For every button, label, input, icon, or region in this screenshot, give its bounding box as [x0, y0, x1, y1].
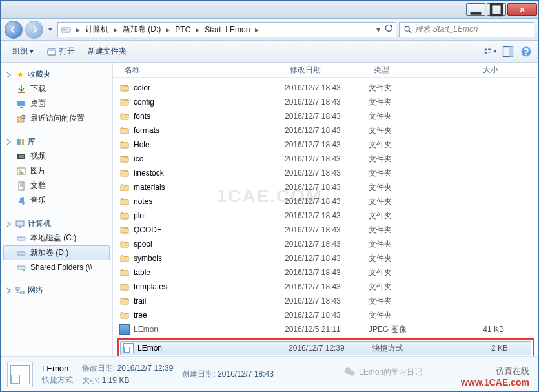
file-list[interactable]: color2016/12/7 18:43文件夹config2016/12/7 1…: [113, 78, 538, 356]
sidebar-item-label: 本地磁盘 (C:): [30, 232, 76, 243]
new-folder-button[interactable]: 新建文件夹: [81, 43, 133, 59]
table-row[interactable]: tree2016/12/7 18:43文件夹: [117, 308, 534, 322]
col-size[interactable]: 大小: [440, 65, 504, 76]
view-options-button[interactable]: ▾: [483, 45, 497, 59]
table-row[interactable]: config2016/12/7 18:43文件夹: [117, 95, 534, 109]
search-input[interactable]: 搜索 Start_LEmon: [399, 22, 534, 37]
chevron-right-icon[interactable]: ▸: [163, 25, 172, 34]
file-name: spool: [134, 240, 152, 249]
table-row-selected[interactable]: LEmon2016/12/7 12:39快捷方式2 KB: [120, 341, 531, 355]
sidebar-computer-header[interactable]: 计算机: [3, 217, 110, 231]
details-mod-label: 修改日期:: [82, 364, 115, 373]
refresh-button[interactable]: [384, 24, 393, 35]
file-name: LEmon: [137, 344, 162, 353]
sidebar-item-label: 图片: [30, 165, 46, 176]
breadcrumb-dropdown[interactable]: ▾: [376, 25, 380, 34]
details-pane: LEmon 快捷方式 修改日期: 2016/12/7 12:39 大小: 1.1…: [1, 356, 538, 391]
help-button[interactable]: ?: [519, 45, 533, 59]
file-date: 2016/12/7 18:43: [285, 225, 369, 234]
minimize-button[interactable]: [466, 3, 485, 16]
table-row[interactable]: plot2016/12/7 18:43文件夹: [117, 209, 534, 223]
music-icon: [16, 196, 26, 206]
file-date: 2016/12/7 18:43: [285, 98, 369, 107]
file-type: 文件夹: [369, 253, 440, 264]
sidebar-item-label: 下载: [30, 83, 46, 94]
sidebar-drive-d[interactable]: 新加卷 (D:): [3, 245, 110, 260]
chevron-right-icon[interactable]: ▸: [74, 25, 83, 34]
breadcrumb-seg[interactable]: Start_LEmon: [202, 23, 252, 37]
sidebar-item-label: 视频: [30, 150, 46, 161]
table-row[interactable]: LEmon2016/12/5 21:11JPEG 图像41 KB: [117, 322, 534, 336]
organize-button[interactable]: 组织 ▾: [6, 43, 40, 59]
chevron-right-icon[interactable]: ▸: [193, 25, 202, 34]
svg-rect-3: [63, 29, 65, 30]
sidebar-libraries-header[interactable]: 库: [3, 135, 110, 149]
table-row[interactable]: ico2016/12/7 18:43文件夹: [117, 152, 534, 166]
breadcrumb-seg[interactable]: 新加卷 (D:): [120, 23, 163, 37]
file-type: 文件夹: [369, 97, 440, 108]
back-button[interactable]: [5, 21, 23, 39]
file-size: 2 KB: [443, 344, 508, 353]
sidebar-pictures[interactable]: 图片: [3, 163, 110, 178]
forward-button[interactable]: [25, 21, 43, 39]
table-row[interactable]: Hole2016/12/7 18:43文件夹: [117, 138, 534, 152]
svg-rect-33: [17, 237, 25, 240]
drive-icon: [61, 25, 71, 35]
table-row[interactable]: formats2016/12/7 18:43文件夹: [117, 123, 534, 138]
chevron-right-icon[interactable]: ▸: [111, 25, 120, 34]
table-row[interactable]: materials2016/12/7 18:43文件夹: [117, 180, 534, 194]
table-row[interactable]: symbols2016/12/7 18:43文件夹: [117, 251, 534, 265]
folder-icon: [119, 267, 130, 278]
col-date[interactable]: 修改日期: [285, 65, 369, 76]
sidebar-music[interactable]: 音乐: [3, 193, 110, 208]
computer-icon: [15, 219, 25, 229]
chevron-right-icon: [6, 139, 12, 145]
file-date: 2016/12/7 18:43: [285, 296, 369, 305]
chevron-right-icon: [6, 72, 12, 78]
open-button[interactable]: 打开: [40, 43, 81, 59]
file-type: JPEG 图像: [369, 324, 440, 335]
table-row[interactable]: trail2016/12/7 18:43文件夹: [117, 294, 534, 308]
folder-icon: [119, 139, 130, 150]
sidebar-network-header[interactable]: 网络: [3, 284, 110, 297]
sidebar-favorites-header[interactable]: ★ 收藏夹: [3, 68, 110, 81]
file-name: plot: [134, 211, 146, 220]
preview-pane-button[interactable]: [501, 45, 515, 59]
maximize-button[interactable]: [487, 3, 506, 16]
sidebar-shared-folders[interactable]: Shared Folders (\\: [3, 260, 110, 274]
table-row[interactable]: templates2016/12/7 18:43文件夹: [117, 280, 534, 294]
svg-rect-23: [22, 139, 24, 145]
table-row[interactable]: spool2016/12/7 18:43文件夹: [117, 237, 534, 251]
folder-icon: [119, 296, 130, 306]
file-date: 2016/12/7 18:43: [285, 211, 369, 220]
table-row[interactable]: color2016/12/7 18:43文件夹: [117, 81, 534, 95]
sidebar-documents[interactable]: 文档: [3, 178, 110, 193]
table-row[interactable]: linestock2016/12/7 18:43文件夹: [117, 166, 534, 180]
folder-icon: [119, 154, 130, 164]
breadcrumb[interactable]: ▸ 计算机 ▸ 新加卷 (D:) ▸ PTC ▸ Start_LEmon ▸ ▾: [57, 22, 396, 37]
close-button[interactable]: [507, 3, 537, 16]
table-row[interactable]: notes2016/12/7 18:43文件夹: [117, 194, 534, 209]
sidebar-drive-c[interactable]: 本地磁盘 (C:): [3, 231, 110, 245]
file-date: 2016/12/7 18:43: [285, 197, 369, 206]
network-drive-icon: [16, 262, 26, 273]
table-row[interactable]: QCODE2016/12/7 18:43文件夹: [117, 223, 534, 237]
history-dropdown[interactable]: [46, 22, 55, 37]
sidebar-downloads[interactable]: 下载: [3, 81, 110, 96]
svg-rect-1: [491, 4, 502, 15]
breadcrumb-seg[interactable]: 计算机: [83, 23, 111, 37]
file-type: 文件夹: [369, 239, 440, 250]
sidebar-videos[interactable]: 视频: [3, 149, 110, 163]
file-type: 文件夹: [369, 182, 440, 193]
sidebar-desktop[interactable]: 桌面: [3, 96, 110, 111]
svg-rect-38: [21, 291, 24, 294]
table-row[interactable]: table2016/12/7 18:43文件夹: [117, 265, 534, 280]
col-type[interactable]: 类型: [369, 65, 440, 76]
breadcrumb-seg[interactable]: PTC: [172, 23, 193, 37]
file-name: LEmon: [134, 325, 158, 334]
chevron-right-icon[interactable]: ▸: [252, 25, 261, 34]
sidebar-recent[interactable]: 最近访问的位置: [3, 111, 110, 126]
open-icon: [46, 46, 57, 57]
col-name[interactable]: 名称: [119, 65, 285, 76]
table-row[interactable]: fonts2016/12/7 18:43文件夹: [117, 109, 534, 123]
